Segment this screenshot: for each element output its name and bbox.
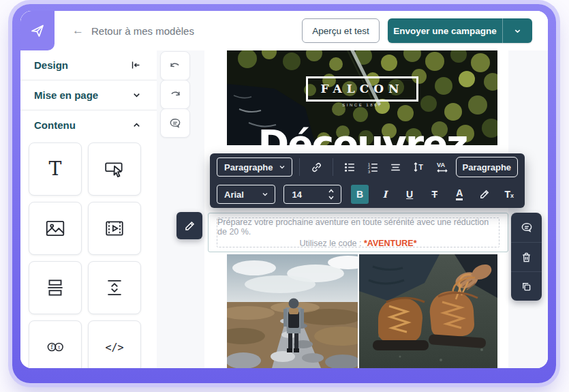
sidebar-section-mise-en-page[interactable]: Mise en page	[20, 80, 157, 110]
paragraph-line-2: Utilisez le code : *AVENTURE*	[299, 239, 416, 248]
strikethrough-glyph: T	[431, 189, 437, 200]
text-block-editable[interactable]: Préparez votre prochaine aventure en tou…	[217, 217, 499, 247]
svg-text:3: 3	[367, 169, 369, 173]
duplicate-button[interactable]	[511, 271, 542, 301]
contenu-label: Contenu	[34, 119, 76, 131]
trash-icon	[520, 251, 533, 264]
strikethrough-button[interactable]: T	[426, 185, 444, 204]
paragraph-line-1: Préparez votre prochaine aventure en tou…	[217, 217, 499, 237]
pencil-icon	[183, 220, 196, 232]
line-height-icon[interactable]: T	[410, 157, 429, 177]
chevron-up-icon	[132, 120, 142, 130]
highlight-pencil-button[interactable]	[476, 185, 493, 204]
svg-text:T: T	[49, 157, 62, 180]
underline-glyph: U	[406, 189, 413, 200]
paragraph-style-value: Paragraphe	[224, 162, 273, 172]
photo-boots[interactable]	[359, 254, 497, 368]
app-logo[interactable]	[20, 11, 55, 50]
sidebar-section-design[interactable]: Design	[20, 50, 157, 80]
link-icon[interactable]	[307, 157, 326, 177]
back-label: Retour à mes modèles	[91, 25, 194, 37]
bold-button[interactable]: B	[351, 185, 369, 204]
app-window: FALCON SINCE 1867 Découvrez	[20, 11, 548, 368]
divider-block-icon	[44, 277, 66, 299]
block-image[interactable]	[29, 202, 82, 255]
block-spacer[interactable]	[88, 261, 141, 314]
video-block-icon	[104, 217, 125, 239]
undo-button[interactable]	[160, 51, 190, 80]
svg-text:VA: VA	[437, 162, 445, 168]
font-size-value: 14	[292, 190, 302, 200]
design-label: Design	[34, 59, 68, 71]
block-tag-button[interactable]: Paragraphe	[456, 157, 518, 177]
selected-text-block[interactable]: Préparez votre prochaine aventure en tou…	[208, 213, 508, 252]
comment-button[interactable]	[511, 213, 542, 242]
align-icon[interactable]	[386, 157, 405, 177]
redo-button[interactable]	[160, 80, 190, 109]
italic-button[interactable]: I	[376, 185, 394, 204]
text-block-icon: T	[44, 157, 67, 181]
brand-logo: FALCON SINCE 1867	[227, 76, 497, 107]
block-text[interactable]: T	[29, 142, 82, 196]
pencil-icon	[478, 188, 491, 200]
font-size-stepper[interactable]: 14	[283, 185, 342, 204]
toolbar-row-1: Paragraphe	[210, 153, 525, 181]
comments-button[interactable]	[160, 108, 190, 138]
svg-text:t: t	[58, 344, 60, 350]
italic-glyph: I	[382, 189, 387, 200]
text-color-button[interactable]: A	[450, 185, 468, 204]
block-actions-rail	[511, 213, 542, 301]
preview-test-button[interactable]: Aperçu et test	[302, 18, 380, 43]
block-social[interactable]: f t	[29, 320, 82, 368]
arrow-left-icon: ←	[72, 24, 84, 37]
preview-test-label: Aperçu et test	[312, 26, 369, 36]
send-campaign-label: Envoyer une campagne	[388, 18, 502, 43]
comment-icon	[520, 221, 534, 235]
paper-plane-icon	[29, 22, 46, 39]
duplicate-icon	[520, 280, 533, 293]
code-block-icon: </>	[102, 336, 127, 358]
send-campaign-button[interactable]: Envoyer une campagne	[388, 18, 532, 43]
block-video[interactable]	[88, 202, 141, 255]
paragraph-style-select[interactable]: Paragraphe	[217, 157, 292, 177]
brand-name: FALCON	[306, 76, 418, 102]
chevron-down-icon	[513, 27, 522, 35]
sidebar-section-contenu[interactable]: Contenu	[20, 110, 157, 140]
font-family-select[interactable]: Arial	[217, 185, 275, 204]
block-tag-label: Paragraphe	[463, 162, 512, 172]
block-button[interactable]	[88, 142, 141, 196]
letter-spacing-icon[interactable]: VA	[433, 157, 452, 177]
stepper-arrows-icon	[327, 188, 335, 200]
boots-image	[359, 254, 497, 368]
block-code[interactable]: </>	[88, 320, 141, 368]
svg-text:</>: </>	[105, 342, 123, 354]
svg-text:T: T	[418, 163, 423, 171]
social-block-icon: f t	[44, 335, 67, 359]
chevron-down-icon	[132, 90, 142, 100]
send-campaign-dropdown[interactable]	[502, 18, 532, 43]
chevron-down-icon	[261, 190, 269, 198]
toolbar-separator	[333, 158, 333, 176]
underline-button[interactable]: U	[401, 185, 418, 204]
clear-format-button[interactable]: Tx	[500, 185, 518, 204]
image-block-icon	[44, 217, 66, 239]
font-family-value: Arial	[224, 190, 244, 200]
numbered-list-icon[interactable]: 1 2 3	[363, 157, 382, 177]
svg-text:f: f	[50, 344, 53, 350]
back-link[interactable]: ← Retour à mes modèles	[72, 11, 194, 50]
clear-format-glyph: Tx	[504, 189, 514, 200]
hiker-image	[227, 254, 358, 368]
block-divider[interactable]	[29, 261, 82, 314]
collapse-panel-icon[interactable]	[130, 59, 142, 71]
bulleted-list-icon[interactable]	[340, 157, 359, 177]
photo-hiker[interactable]	[227, 254, 358, 368]
left-sidebar: Design Mise en page Contenu	[20, 50, 157, 368]
edit-block-button[interactable]	[176, 212, 202, 239]
format-toolbar: Paragraphe	[210, 153, 525, 208]
history-rail	[160, 51, 190, 138]
comment-icon	[168, 117, 182, 130]
bold-glyph: B	[356, 189, 363, 200]
top-bar: ← Retour à mes modèles Aperçu et test En…	[20, 11, 548, 50]
hero-image[interactable]: FALCON SINCE 1867	[227, 46, 497, 145]
delete-button[interactable]	[511, 242, 542, 271]
